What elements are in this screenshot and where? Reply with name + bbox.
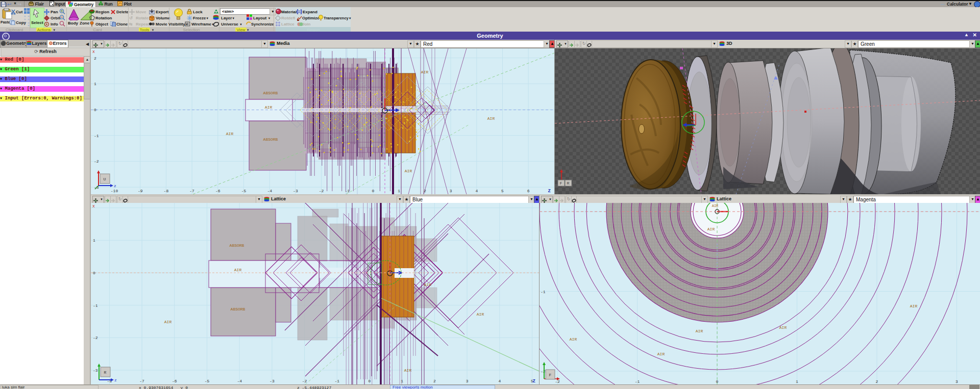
svg-text:5: 5 <box>501 189 504 193</box>
svg-text:AIR: AIR <box>696 329 703 333</box>
svg-text:-2: -2 <box>319 189 324 193</box>
svg-text:AIR: AIR <box>910 304 918 308</box>
svg-text:F: F <box>549 373 552 377</box>
svg-text:-9: -9 <box>138 189 143 193</box>
svg-text:X: X <box>92 49 95 54</box>
svg-text:1: 1 <box>398 189 400 193</box>
svg-text:0: 0 <box>93 271 95 275</box>
svg-text:1: 1 <box>93 238 95 243</box>
svg-text:Z: Z <box>548 189 551 194</box>
svg-text:-1: -1 <box>93 303 98 308</box>
svg-text:-8: -8 <box>164 189 169 193</box>
svg-text:Z: Z <box>533 379 535 384</box>
svg-text:0: 0 <box>716 379 719 384</box>
svg-text:AIR: AIR <box>570 337 577 342</box>
svg-text:U: U <box>104 177 106 181</box>
svg-text:-2: -2 <box>541 369 546 374</box>
svg-text:-1: -1 <box>541 290 546 294</box>
svg-text:-5: -5 <box>241 189 247 193</box>
svg-text:AIR: AIR <box>712 204 719 208</box>
svg-text:R: R <box>104 370 107 375</box>
svg-text:-6: -6 <box>215 189 220 193</box>
svg-text:AIR: AIR <box>226 132 234 136</box>
svg-text:-3: -3 <box>93 368 98 373</box>
svg-text:-6: -6 <box>172 379 177 383</box>
svg-text:3: 3 <box>450 189 452 193</box>
svg-text:AIR: AIR <box>234 268 242 272</box>
svg-text:-2: -2 <box>302 379 307 383</box>
svg-text:1: 1 <box>94 82 96 86</box>
svg-text:-2: -2 <box>94 159 99 164</box>
svg-text:1: 1 <box>796 379 798 384</box>
svg-text:X: X <box>92 204 95 209</box>
svg-text:-7: -7 <box>189 189 194 193</box>
svg-text:AIR: AIR <box>657 352 665 356</box>
svg-text:AIR: AIR <box>779 325 787 330</box>
svg-text:-7: -7 <box>139 379 144 383</box>
svg-text:-3: -3 <box>293 189 298 193</box>
svg-text:1: 1 <box>401 379 403 383</box>
svg-text:AIR: AIR <box>164 320 172 324</box>
svg-text:z: z <box>114 378 117 382</box>
svg-text:-2: -2 <box>93 335 98 340</box>
svg-text:AIR: AIR <box>477 312 484 317</box>
svg-text:AIR: AIR <box>405 169 412 173</box>
svg-text:2: 2 <box>424 189 426 193</box>
svg-text:AIR: AIR <box>487 116 495 121</box>
svg-text:-3: -3 <box>270 379 275 383</box>
svg-text:6: 6 <box>527 189 530 193</box>
svg-text:0: 0 <box>369 379 371 383</box>
svg-text:ABSORB: ABSORB <box>231 307 246 312</box>
svg-text:-1: -1 <box>94 134 99 138</box>
svg-text:3: 3 <box>466 379 469 383</box>
svg-text:0: 0 <box>94 108 96 112</box>
svg-text:AIR: AIR <box>421 70 429 74</box>
svg-text:-5: -5 <box>205 379 210 383</box>
svg-text:-4: -4 <box>267 189 272 193</box>
svg-text:AIR: AIR <box>404 368 412 373</box>
svg-text:3: 3 <box>955 379 958 384</box>
svg-text:z: z <box>114 184 116 188</box>
svg-text:AIR: AIR <box>707 227 715 231</box>
svg-text:ABSORB: ABSORB <box>263 91 278 95</box>
svg-text:2: 2 <box>94 56 96 61</box>
svg-text:ABSORB: ABSORB <box>263 137 278 142</box>
svg-text:-1: -1 <box>334 379 339 383</box>
svg-text:-1: -1 <box>635 379 640 384</box>
svg-text:2: 2 <box>433 379 436 383</box>
svg-text:4: 4 <box>498 379 501 383</box>
svg-text:F: F <box>560 181 562 185</box>
svg-text:0: 0 <box>372 189 375 193</box>
svg-text:ABSORB: ABSORB <box>230 243 244 248</box>
svg-text:AIR: AIR <box>424 282 432 287</box>
svg-text:-1: -1 <box>345 189 350 193</box>
svg-text:4: 4 <box>475 189 478 193</box>
svg-text:AIR: AIR <box>265 105 273 110</box>
svg-text:-4: -4 <box>237 379 242 383</box>
svg-text:R: R <box>567 181 569 185</box>
svg-text:-10: -10 <box>111 189 118 193</box>
svg-text:2: 2 <box>876 379 878 384</box>
